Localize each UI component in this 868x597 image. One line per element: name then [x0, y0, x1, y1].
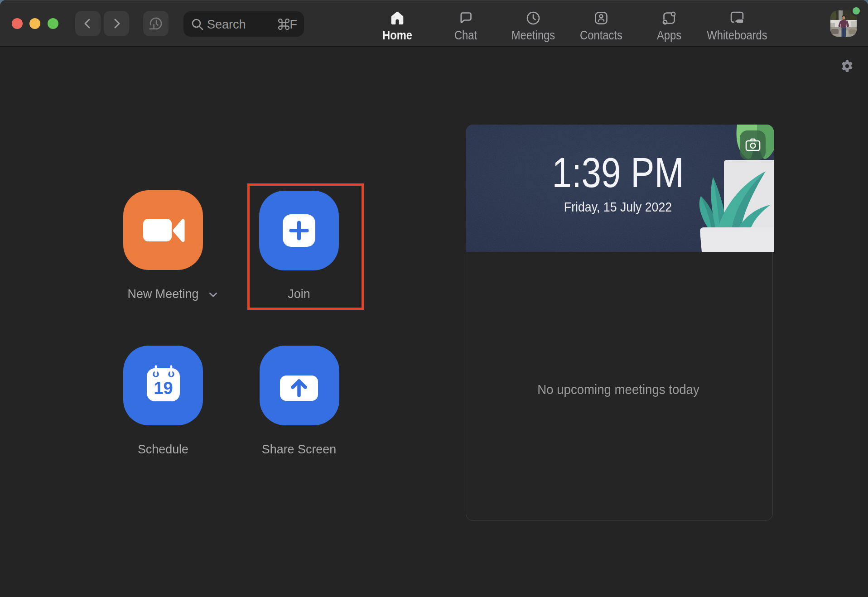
svg-text:19: 19 [154, 379, 173, 398]
